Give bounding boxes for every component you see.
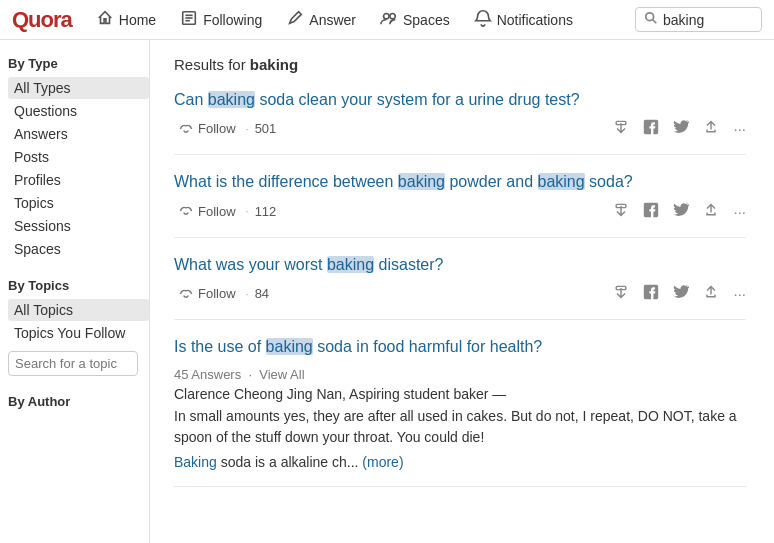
share-icon[interactable]	[703, 202, 719, 221]
follow-label: Follow	[198, 204, 236, 219]
nav-spaces[interactable]: Spaces	[370, 0, 460, 40]
answer-icon	[286, 9, 304, 31]
sidebar-item-all-topics[interactable]: All Topics	[8, 299, 149, 321]
result-item: What is the difference between baking po…	[174, 171, 746, 237]
more-icon[interactable]: ···	[733, 285, 746, 302]
search-results: Results for baking Can baking soda clean…	[150, 40, 770, 543]
follow-count: 84	[255, 286, 269, 301]
downvote-icon[interactable]	[613, 202, 629, 221]
search-bar[interactable]	[635, 7, 762, 32]
logo[interactable]: Quora	[12, 7, 72, 33]
follow-count: 112	[255, 204, 277, 219]
follow-label: Follow	[198, 121, 236, 136]
sidebar-item-questions[interactable]: Questions	[8, 100, 149, 122]
view-all-link[interactable]: View All	[259, 367, 304, 382]
following-icon	[180, 9, 198, 31]
follow-button[interactable]: Follow	[174, 119, 240, 138]
separator: ·	[246, 123, 249, 135]
downvote-icon[interactable]	[613, 284, 629, 303]
more-icon[interactable]: ···	[733, 203, 746, 220]
nav-notifications-label: Notifications	[497, 12, 573, 28]
follow-button[interactable]: Follow	[174, 202, 240, 221]
action-icons: ···	[613, 119, 746, 138]
navbar: Quora Home Following Answer	[0, 0, 774, 40]
answer-author: Clarence Cheong Jing Nan, Aspiring stude…	[174, 386, 746, 402]
nav-home-label: Home	[119, 12, 156, 28]
share-icon[interactable]	[703, 119, 719, 138]
result-title[interactable]: Is the use of baking soda in food harmfu…	[174, 336, 746, 358]
result-title[interactable]: Can baking soda clean your system for a …	[174, 89, 746, 111]
result-actions: Follow · 112	[174, 202, 746, 221]
sidebar-item-spaces[interactable]: Spaces	[8, 238, 149, 260]
sidebar-item-all-types[interactable]: All Types	[8, 77, 149, 99]
spaces-icon	[380, 9, 398, 31]
topic-search-input[interactable]	[8, 351, 138, 376]
more-icon[interactable]: ···	[733, 120, 746, 137]
nav-answer[interactable]: Answer	[276, 0, 366, 40]
sidebar-item-answers[interactable]: Answers	[8, 123, 149, 145]
result-item: Can baking soda clean your system for a …	[174, 89, 746, 155]
search-icon	[644, 11, 658, 28]
result-actions: Follow · 84	[174, 284, 746, 303]
by-topics-title: By Topics	[8, 278, 149, 293]
result-item: What was your worst baking disaster? Fol…	[174, 254, 746, 320]
main-layout: By Type All Types Questions Answers Post…	[0, 40, 774, 543]
facebook-icon[interactable]	[643, 119, 659, 138]
twitter-icon[interactable]	[673, 202, 689, 221]
nav-spaces-label: Spaces	[403, 12, 450, 28]
bell-icon	[474, 9, 492, 31]
sidebar: By Type All Types Questions Answers Post…	[0, 40, 150, 543]
result-item: Is the use of baking soda in food harmfu…	[174, 336, 746, 486]
result-actions: Follow · 501	[174, 119, 746, 138]
separator: ·	[246, 288, 249, 300]
downvote-icon[interactable]	[613, 119, 629, 138]
result-title[interactable]: What is the difference between baking po…	[174, 171, 746, 193]
nav-home[interactable]: Home	[86, 0, 166, 40]
sidebar-item-sessions[interactable]: Sessions	[8, 215, 149, 237]
svg-line-7	[653, 20, 657, 24]
by-type-title: By Type	[8, 56, 149, 71]
more-link[interactable]: (more)	[362, 454, 403, 470]
facebook-icon[interactable]	[643, 284, 659, 303]
answer-meta: 45 Answers · View All	[174, 367, 746, 382]
follow-count: 501	[255, 121, 277, 136]
follow-icon	[178, 287, 194, 301]
svg-point-5	[390, 13, 395, 18]
result-title[interactable]: What was your worst baking disaster?	[174, 254, 746, 276]
svg-point-4	[384, 13, 389, 18]
share-icon[interactable]	[703, 284, 719, 303]
snippet-text: soda is a alkaline ch...	[221, 454, 363, 470]
results-header: Results for baking	[174, 56, 746, 73]
sidebar-item-profiles[interactable]: Profiles	[8, 169, 149, 191]
answer-snippet: Baking soda is a alkaline ch... (more)	[174, 454, 746, 470]
facebook-icon[interactable]	[643, 202, 659, 221]
follow-label: Follow	[198, 286, 236, 301]
home-icon	[96, 9, 114, 31]
action-icons: ···	[613, 202, 746, 221]
follow-button[interactable]: Follow	[174, 284, 240, 303]
search-input[interactable]	[663, 12, 753, 28]
twitter-icon[interactable]	[673, 119, 689, 138]
baking-link[interactable]: Baking	[174, 454, 217, 470]
follow-icon	[178, 204, 194, 218]
twitter-icon[interactable]	[673, 284, 689, 303]
nav-notifications[interactable]: Notifications	[464, 0, 583, 40]
sidebar-item-topics[interactable]: Topics	[8, 192, 149, 214]
by-author-title: By Author	[8, 394, 149, 409]
sidebar-item-posts[interactable]: Posts	[8, 146, 149, 168]
answer-text: In small amounts yes, they are after all…	[174, 406, 746, 448]
nav-answer-label: Answer	[309, 12, 356, 28]
separator: ·	[246, 205, 249, 217]
answer-count: 45 Answers	[174, 367, 241, 382]
action-icons: ···	[613, 284, 746, 303]
svg-point-6	[646, 13, 654, 21]
sidebar-item-topics-you-follow[interactable]: Topics You Follow	[8, 322, 149, 344]
nav-following-label: Following	[203, 12, 262, 28]
nav-following[interactable]: Following	[170, 0, 272, 40]
follow-icon	[178, 122, 194, 136]
